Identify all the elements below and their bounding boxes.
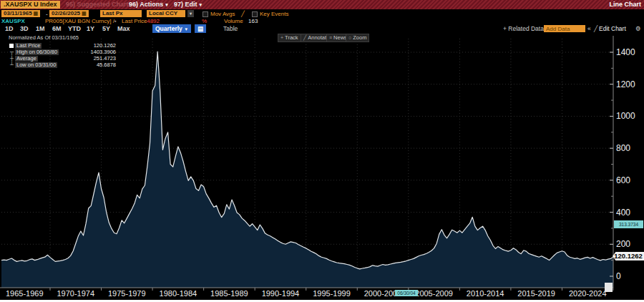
- legend-row-last-price[interactable]: Last Price 120.1262: [9, 42, 116, 49]
- mov-avgs-checkbox[interactable]: [203, 11, 208, 17]
- period-ytd[interactable]: YTD: [68, 24, 81, 33]
- chevron-down-icon: ▼: [184, 27, 188, 31]
- ticker-chip[interactable]: .XAUSPX U Index: [1, 1, 60, 9]
- currency-select[interactable]: Local CCY: [147, 10, 185, 17]
- zoom-button[interactable]: ○Zoom: [346, 34, 369, 42]
- legend-value: 45.6878: [97, 62, 116, 68]
- suggested-charts-label: 95) Suggested Charts: [66, 1, 132, 8]
- security-ticker: XAUSPX: [1, 19, 25, 24]
- related-data-label: + Related Data: [503, 25, 544, 32]
- normalized-note: Normalized As Of 03/31/1965: [9, 34, 116, 41]
- percent-symbol: %: [202, 19, 207, 24]
- legend-label: Low on 03/31/00: [15, 62, 57, 68]
- add-data-input[interactable]: [544, 25, 585, 32]
- y-axis-label: 1000: [616, 111, 635, 121]
- magnifier-icon: ○: [348, 35, 351, 40]
- chevron-down-icon: ▾: [200, 2, 203, 7]
- legend-value: 120.1262: [94, 42, 116, 49]
- legend-value: 1403.3906: [91, 49, 116, 55]
- legend-label: Average: [15, 56, 38, 62]
- legend-row-average[interactable]: ┼ Average 251.4723: [9, 55, 116, 62]
- period-1y[interactable]: 1Y: [87, 24, 94, 33]
- chart-type-button[interactable]: ▤: [195, 24, 206, 33]
- x-axis: 1965-19691970-19741975-19791980-19841985…: [0, 288, 614, 299]
- track-date-badge: 06/30/04: [395, 290, 418, 296]
- gear-icon[interactable]: ⚙: [635, 24, 641, 33]
- x-axis-label: 1970-1974: [50, 289, 102, 298]
- pencil-icon: ╱: [594, 24, 597, 33]
- chevron-down-icon: ▾: [165, 2, 168, 7]
- end-date-value: 02/26/2025: [52, 10, 80, 16]
- track-value-badge: 313.3734: [614, 220, 643, 228]
- legend-label: Last Price: [15, 43, 42, 49]
- track-button[interactable]: +Track: [278, 34, 301, 42]
- period-1m[interactable]: 1M: [36, 24, 45, 33]
- related-data-button[interactable]: + Related Data ▾: [503, 24, 547, 33]
- x-axis-label: 1975-1979: [101, 289, 152, 298]
- legend-row-low[interactable]: ┴ Low on 03/31/00 45.6878: [9, 62, 116, 68]
- scrollbar-handle[interactable]: [605, 283, 613, 292]
- frequency-select[interactable]: Quarterly ▼: [152, 24, 191, 33]
- end-date-input[interactable]: 02/26/2025▦: [49, 10, 89, 17]
- y-axis-label: 1200: [616, 79, 635, 89]
- period-3d[interactable]: 3D: [20, 24, 29, 33]
- y-axis-label: 800: [616, 143, 630, 153]
- security-formula: PR005[XAU BGN Curncy] /: [45, 19, 114, 24]
- field-select[interactable]: Last Px: [100, 10, 142, 17]
- x-axis-label: 1985-1989: [203, 289, 255, 298]
- edit-button[interactable]: 97) Edit▾: [174, 0, 202, 9]
- last-price-badge: 120.1262: [613, 252, 644, 260]
- table-button[interactable]: Table: [223, 24, 238, 33]
- chart-legend: Normalized As Of 03/31/1965 Last Price 1…: [9, 34, 116, 68]
- y-axis-label: 200: [616, 239, 630, 249]
- chart-area: +Track ╱Annotate ≡News ○Zoom Normalized …: [0, 33, 644, 302]
- period-max[interactable]: Max: [117, 24, 130, 33]
- calendar-icon: ▦: [34, 11, 39, 16]
- high-marker-icon: ┬: [9, 49, 15, 54]
- last-price-value: .4892: [145, 19, 160, 24]
- start-date-value: 03/11/1965: [4, 10, 32, 16]
- settings-square-icon[interactable]: ▪: [114, 19, 117, 24]
- edit-label: 97) Edit: [174, 1, 197, 8]
- y-axis-label: 600: [616, 175, 630, 185]
- legend-row-high[interactable]: ┬ High on 06/30/80 1403.3906: [9, 49, 116, 55]
- period-toolbar: 1D 3D 1M 6M YTD 1Y 5Y Max Quarterly ▼ ▤ …: [0, 24, 644, 33]
- bloomberg-chart-window: .XAUSPX U Index 95) Suggested Charts▾ 96…: [0, 0, 644, 302]
- legend-label: High on 06/30/80: [15, 49, 59, 55]
- y-axis-label: 0: [616, 271, 621, 281]
- y-axis-label: 400: [616, 208, 630, 218]
- x-axis-label: 2015-2019: [511, 289, 562, 298]
- track-label: Track: [285, 34, 298, 41]
- calendar-icon: ▦: [82, 11, 87, 16]
- series-swatch-icon: [9, 44, 14, 48]
- collapse-panel-button[interactable]: «: [587, 24, 591, 33]
- x-axis-label: 1980-1984: [152, 289, 204, 298]
- x-axis-label: 1965-1969: [0, 289, 50, 298]
- x-axis-label: 2010-2014: [459, 289, 511, 298]
- period-6m[interactable]: 6M: [52, 24, 62, 33]
- plus-icon: +: [280, 35, 283, 40]
- news-lines-icon: ≡: [329, 35, 332, 40]
- key-events-checkbox[interactable]: [252, 11, 258, 17]
- currency-dropdown-button[interactable]: ▾: [187, 10, 194, 17]
- last-price-label: Last Price: [122, 19, 147, 24]
- period-5y[interactable]: 5Y: [102, 24, 110, 33]
- security-row: XAUSPX PR005[XAU BGN Curncy] / ▪ Last Pr…: [0, 19, 644, 24]
- start-date-input[interactable]: 03/11/1965▦: [1, 10, 40, 17]
- volume-label: Volume: [224, 19, 243, 24]
- x-axis-label: 1990-1994: [255, 289, 306, 298]
- period-1d[interactable]: 1D: [5, 24, 14, 33]
- actions-label: 96) Actions: [129, 1, 163, 8]
- x-axis-label: 1995-1999: [306, 289, 357, 298]
- low-marker-icon: ┴: [9, 62, 15, 67]
- chart-mode-label: Line Chart: [609, 0, 641, 9]
- edit-chart-button[interactable]: Edit Chart: [599, 24, 626, 33]
- suggested-charts-button[interactable]: 95) Suggested Charts▾: [66, 0, 137, 9]
- actions-button[interactable]: 96) Actions▾: [129, 0, 168, 9]
- frequency-value: Quarterly: [155, 25, 182, 32]
- y-axis-label: 1400: [616, 47, 635, 57]
- average-marker-icon: ┼: [9, 56, 15, 61]
- chart-plot[interactable]: [0, 33, 644, 302]
- pencil-icon: ╱: [303, 35, 306, 40]
- key-events-label[interactable]: Key Events: [260, 9, 288, 19]
